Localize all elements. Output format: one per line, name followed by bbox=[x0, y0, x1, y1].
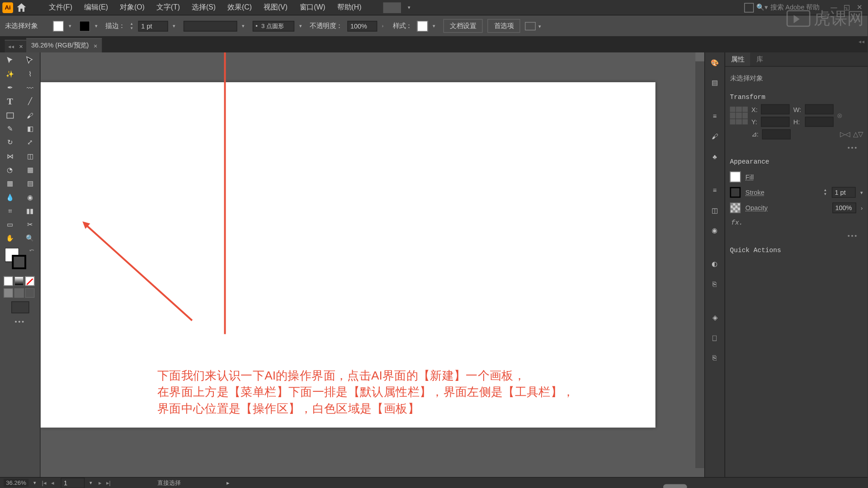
selection-tool-icon[interactable] bbox=[0, 54, 20, 67]
free-transform-tool-icon[interactable]: ◫ bbox=[20, 150, 40, 163]
chevron-down-icon[interactable]: ▾ bbox=[33, 480, 36, 485]
workspace-switcher[interactable] bbox=[383, 2, 401, 13]
w-input[interactable] bbox=[805, 104, 833, 114]
fill-swatch[interactable] bbox=[53, 20, 64, 31]
search-box[interactable]: 🔍▾ 搜索 Adobe 帮助 bbox=[756, 3, 820, 12]
status-play-icon[interactable]: ▸ bbox=[226, 479, 230, 486]
artboard-number-input[interactable] bbox=[61, 477, 85, 488]
y-input[interactable] bbox=[761, 117, 790, 127]
links-panel-icon[interactable]: ⎘ bbox=[708, 352, 721, 365]
reference-point-grid[interactable] bbox=[730, 107, 748, 125]
stroke-weight-input[interactable] bbox=[138, 20, 168, 31]
lasso-tool-icon[interactable]: ⌇ bbox=[20, 67, 40, 81]
direct-selection-tool-icon[interactable] bbox=[20, 54, 40, 67]
artboard-tool-icon[interactable]: ▭ bbox=[0, 218, 20, 231]
chevron-down-icon[interactable]: ▾ bbox=[90, 480, 92, 485]
more-options-icon[interactable]: ••• bbox=[730, 230, 863, 242]
flip-v-icon[interactable]: △▽ bbox=[853, 131, 863, 138]
stroke-panel-icon[interactable]: ≡ bbox=[708, 110, 721, 123]
line-tool-icon[interactable]: ╱ bbox=[20, 95, 40, 108]
screen-mode-icon[interactable] bbox=[11, 301, 29, 313]
canvas-workspace[interactable]: 下面我们来认识一下AI的操作界面，点击AI界面的【新建】一个画板， 在界面上方是… bbox=[41, 52, 704, 477]
brush-definition[interactable]: • 3 点圆形 bbox=[253, 20, 294, 31]
type-tool-icon[interactable]: T bbox=[0, 95, 20, 108]
stroke-weight-input[interactable] bbox=[832, 187, 856, 198]
close-icon[interactable]: ✕ bbox=[857, 3, 865, 11]
scale-tool-icon[interactable]: ⤢ bbox=[20, 136, 40, 150]
color-panel-icon[interactable]: 🎨 bbox=[708, 56, 721, 69]
align-panel-icon[interactable]: ≡ bbox=[708, 183, 721, 197]
opacity-input[interactable] bbox=[347, 20, 377, 31]
opacity-swatch[interactable] bbox=[730, 202, 741, 213]
menu-file[interactable]: 文件(F) bbox=[44, 0, 77, 15]
x-input[interactable] bbox=[761, 104, 790, 114]
chevron-down-icon[interactable]: ▾ bbox=[299, 23, 305, 28]
next-artboard-icon[interactable]: ▸ bbox=[96, 479, 104, 486]
first-artboard-icon[interactable]: |◂ bbox=[41, 479, 48, 486]
draw-behind-icon[interactable] bbox=[14, 288, 24, 298]
chevron-down-icon[interactable]: ▾ bbox=[69, 23, 75, 28]
column-graph-tool-icon[interactable]: ▮▮ bbox=[20, 204, 40, 218]
layers-panel-icon[interactable]: ◈ bbox=[708, 311, 721, 324]
curvature-tool-icon[interactable]: 〰 bbox=[20, 81, 40, 94]
menu-edit[interactable]: 编辑(E) bbox=[80, 0, 113, 15]
menu-object[interactable]: 对象(O) bbox=[115, 0, 150, 15]
stroke-swatch[interactable] bbox=[79, 20, 90, 31]
menu-help[interactable]: 帮助(H) bbox=[332, 0, 366, 15]
menu-window[interactable]: 窗口(W) bbox=[295, 0, 330, 15]
symbol-sprayer-tool-icon[interactable]: ⌗ bbox=[0, 204, 20, 218]
eraser-tool-icon[interactable]: ◧ bbox=[20, 122, 40, 136]
rotate-tool-icon[interactable]: ↻ bbox=[0, 136, 20, 150]
swatches-panel-icon[interactable]: ▤ bbox=[708, 76, 721, 89]
fill-swatch[interactable] bbox=[730, 172, 741, 183]
document-setup-button[interactable]: 文档设置 bbox=[443, 19, 483, 33]
gradient-mode-icon[interactable] bbox=[14, 277, 24, 286]
zoom-level[interactable]: 36.26% bbox=[4, 479, 28, 487]
angle-input[interactable] bbox=[762, 129, 791, 139]
last-artboard-icon[interactable]: ▸| bbox=[105, 479, 112, 486]
chevron-right-icon[interactable]: › bbox=[382, 23, 388, 28]
link-wh-icon[interactable]: ⊗ bbox=[837, 112, 842, 119]
magic-wand-tool-icon[interactable]: ✨ bbox=[0, 67, 20, 81]
flip-h-icon[interactable]: ▷◁ bbox=[840, 131, 849, 138]
tab-libraries[interactable]: 库 bbox=[750, 52, 769, 66]
pen-tool-icon[interactable]: ✒ bbox=[0, 81, 20, 94]
stroke-swatch[interactable] bbox=[730, 187, 741, 198]
draw-inside-icon[interactable] bbox=[25, 288, 34, 298]
zoom-tool-icon[interactable]: 🔍 bbox=[20, 232, 40, 245]
shaper-tool-icon[interactable]: ✎ bbox=[0, 122, 20, 136]
slice-tool-icon[interactable]: ✂ bbox=[20, 218, 40, 231]
eyedropper-tool-icon[interactable]: 💧 bbox=[0, 191, 20, 204]
edit-toolbar-icon[interactable]: ••• bbox=[0, 316, 40, 328]
menu-type[interactable]: 文字(T) bbox=[152, 0, 185, 15]
scrollbar-vertical[interactable] bbox=[695, 52, 704, 468]
tab-collapse[interactable]: ◂◂ × bbox=[5, 40, 27, 52]
chevron-down-icon[interactable]: ▾ bbox=[95, 23, 101, 28]
transparency-panel-icon[interactable]: ◐ bbox=[708, 257, 721, 270]
maximize-icon[interactable]: ◱ bbox=[844, 3, 852, 11]
chevron-right-icon[interactable]: › bbox=[861, 205, 863, 211]
brushes-panel-icon[interactable]: 🖌 bbox=[708, 130, 721, 143]
scrollbar-horizontal[interactable] bbox=[663, 484, 687, 488]
home-icon[interactable] bbox=[15, 1, 27, 13]
color-mode-icon[interactable] bbox=[4, 277, 13, 286]
close-icon[interactable]: × bbox=[94, 42, 97, 49]
transform-panel-icon[interactable]: ◫ bbox=[708, 204, 721, 217]
menu-select[interactable]: 选择(S) bbox=[187, 0, 221, 15]
artboards-panel-icon[interactable]: ⎕ bbox=[708, 331, 721, 344]
arrange-docs-icon[interactable] bbox=[744, 3, 754, 12]
style-swatch[interactable] bbox=[417, 20, 428, 31]
fx-button[interactable]: fx. bbox=[730, 216, 863, 230]
chevron-down-icon[interactable]: ▾ bbox=[860, 190, 863, 195]
gradient-tool-icon[interactable]: ▤ bbox=[20, 177, 40, 190]
hand-tool-icon[interactable]: ✋ bbox=[0, 232, 20, 245]
prev-artboard-icon[interactable]: ◂ bbox=[49, 479, 56, 486]
opacity-input[interactable] bbox=[832, 202, 856, 213]
blend-tool-icon[interactable]: ◉ bbox=[20, 191, 40, 204]
stroke-color-box[interactable] bbox=[12, 255, 26, 269]
perspective-grid-tool-icon[interactable]: ▦ bbox=[20, 163, 40, 177]
rectangle-tool-icon[interactable] bbox=[0, 108, 20, 122]
minimize-icon[interactable]: — bbox=[830, 3, 839, 11]
symbols-panel-icon[interactable]: ♣ bbox=[708, 150, 721, 163]
chevron-down-icon[interactable]: ▾ bbox=[433, 23, 439, 28]
